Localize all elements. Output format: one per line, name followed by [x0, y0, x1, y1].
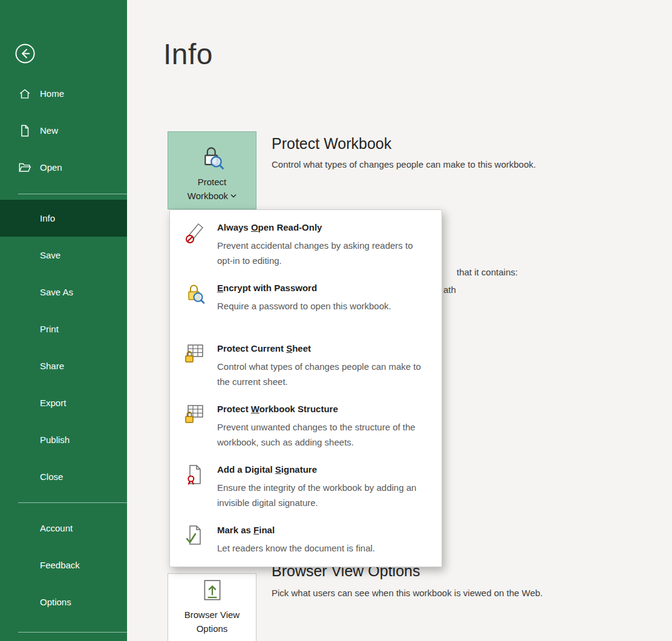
menu-item-title: Protect Current Sheet: [217, 341, 432, 356]
sidebar-item-label: Share: [40, 361, 64, 371]
browser-view-options-button-label: Browser View Options: [184, 608, 240, 636]
menu-item-encrypt-with-password[interactable]: Encrypt with Password Require a password…: [170, 274, 442, 335]
sidebar-item-label: New: [40, 125, 58, 136]
protect-workbook-heading: Protect Workbook: [272, 135, 391, 153]
mark-final-icon: [184, 524, 206, 546]
sidebar-item-share[interactable]: Share: [0, 347, 127, 384]
sidebar-item-open[interactable]: Open: [0, 149, 127, 186]
menu-item-description: Ensure the integrity of the workbook by …: [217, 480, 423, 510]
sidebar-item-label: Export: [40, 398, 66, 408]
sidebar-item-save[interactable]: Save: [0, 237, 127, 274]
browser-view-icon: [200, 579, 225, 604]
menu-item-description: Prevent accidental changes by asking rea…: [217, 238, 423, 268]
digital-signature-icon: [184, 464, 206, 485]
menu-item-description: Prevent unwanted changes to the structur…: [217, 419, 423, 450]
menu-item-mark-as-final[interactable]: Mark as Final Let readers know the docum…: [170, 516, 442, 562]
sidebar-item-label: Home: [40, 88, 64, 99]
sidebar-item-print[interactable]: Print: [0, 311, 127, 347]
pencil-blocked-icon: [184, 222, 206, 243]
protect-workbook-description: Control what types of changes people can…: [272, 159, 536, 169]
menu-item-protect-workbook-structure[interactable]: Protect Workbook Structure Prevent unwan…: [170, 395, 442, 456]
menu-item-protect-current-sheet[interactable]: Protect Current Sheet Control what types…: [170, 335, 442, 395]
menu-item-description: Require a password to open this workbook…: [217, 298, 423, 314]
sidebar-item-close[interactable]: Close: [0, 458, 127, 495]
sidebar-item-label: Publish: [40, 435, 70, 445]
lock-magnifier-icon: [200, 144, 225, 169]
menu-item-description: Control what types of changes people can…: [217, 359, 423, 389]
chevron-down-icon: [230, 194, 237, 198]
sidebar-item-publish[interactable]: Publish: [0, 421, 127, 458]
sidebar-item-label: Options: [40, 597, 71, 607]
sidebar-item-save-as[interactable]: Save As: [0, 274, 127, 311]
open-folder-icon: [18, 161, 31, 174]
sidebar-divider: [18, 502, 127, 503]
menu-item-description: Let readers know the document is final.: [217, 541, 423, 556]
workbook-lock-icon: [184, 403, 206, 425]
sidebar-item-feedback[interactable]: Feedback: [0, 547, 127, 583]
protect-workbook-menu: Always Open Read-Only Prevent accidental…: [169, 209, 442, 567]
protect-workbook-button-label: Protect Workbook: [188, 175, 237, 203]
sidebar-item-label: Save: [40, 250, 60, 260]
protect-workbook-button[interactable]: Protect Workbook: [168, 131, 256, 209]
page-title: Info: [163, 38, 213, 71]
sidebar-item-account[interactable]: Account: [0, 510, 127, 547]
inspect-workbook-text-fragment: ath: [443, 284, 456, 295]
sidebar-item-label: Account: [40, 523, 73, 533]
browser-view-options-button[interactable]: Browser View Options: [168, 573, 256, 641]
inspect-workbook-text-fragment: that it contains:: [457, 267, 518, 277]
menu-item-title: Add a Digital Signature: [217, 462, 432, 477]
sidebar-divider: [18, 194, 127, 194]
backstage-sidebar: Home New Open: [0, 0, 127, 641]
menu-item-title: Protect Workbook Structure: [217, 402, 432, 416]
sidebar-item-home[interactable]: Home: [0, 75, 127, 112]
sidebar-item-label: Save As: [40, 287, 73, 297]
home-icon: [18, 87, 31, 100]
menu-item-always-open-read-only[interactable]: Always Open Read-Only Prevent accidental…: [170, 214, 442, 274]
lock-magnifier-icon: [184, 282, 206, 304]
sidebar-divider: [18, 632, 127, 633]
sidebar-item-label: Info: [40, 213, 55, 223]
excel-backstage-info: Home New Open: [0, 0, 672, 641]
sidebar-item-label: Close: [40, 472, 63, 482]
menu-item-title: Encrypt with Password: [217, 281, 432, 295]
sheet-lock-icon: [184, 343, 206, 364]
back-button[interactable]: [15, 43, 36, 64]
sidebar-item-label: Print: [40, 324, 59, 334]
menu-item-add-digital-signature[interactable]: Add a Digital Signature Ensure the integ…: [170, 456, 442, 516]
back-arrow-icon: [15, 43, 36, 64]
sidebar-item-info[interactable]: Info: [0, 200, 127, 237]
menu-item-title: Mark as Final: [217, 523, 432, 537]
new-document-icon: [18, 124, 31, 137]
sidebar-item-label: Open: [40, 162, 62, 173]
sidebar-item-export[interactable]: Export: [0, 384, 127, 421]
sidebar-item-new[interactable]: New: [0, 112, 127, 149]
sidebar-item-options[interactable]: Options: [0, 583, 127, 620]
sidebar-item-label: Feedback: [40, 560, 80, 570]
browser-view-options-description: Pick what users can see when this workbo…: [272, 588, 543, 598]
menu-item-title: Always Open Read-Only: [217, 220, 432, 235]
